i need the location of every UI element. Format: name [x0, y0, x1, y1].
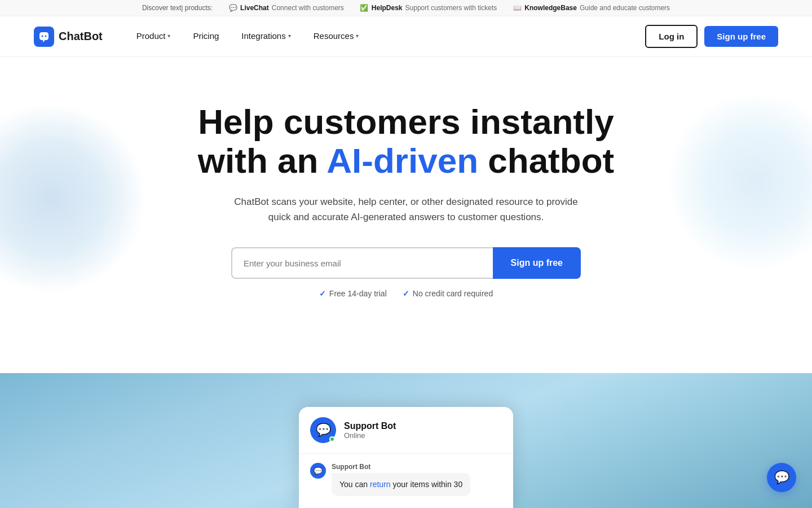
- chatbot-message-row: 💬 Support Bot You can return your items …: [310, 463, 502, 496]
- navbar: ChatBot Product ▾ Pricing Integrations ▾…: [0, 16, 812, 57]
- hero-title-line1: Help customers instantly: [198, 102, 614, 141]
- chatbot-message-content: Support Bot You can return your items wi…: [332, 463, 470, 496]
- nav-links: Product ▾ Pricing Integrations ▾ Resourc…: [125, 16, 646, 57]
- product-chevron-icon: ▾: [167, 33, 170, 39]
- online-dot: [329, 436, 335, 442]
- chatbot-avatar-icon: 💬: [316, 423, 331, 437]
- livechat-desc: Connect with customers: [272, 4, 344, 12]
- hero-badges: ✓ Free 14-day trial ✓ No credit card req…: [34, 289, 778, 298]
- svg-point-2: [45, 35, 47, 37]
- nav-pricing[interactable]: Pricing: [182, 16, 230, 57]
- discover-text: Discover text| products:: [142, 4, 213, 12]
- chatbot-body: 💬 Support Bot You can return your items …: [299, 454, 513, 508]
- helpdesk-desc: Support customers with tickets: [405, 4, 497, 12]
- chatbot-msg-avatar: 💬: [310, 463, 326, 479]
- chatbot-info: Support Bot Online: [344, 421, 396, 440]
- nav-integrations[interactable]: Integrations ▾: [230, 16, 302, 57]
- logo[interactable]: ChatBot: [34, 27, 103, 47]
- floating-chat-button[interactable]: 💬: [767, 463, 796, 492]
- demo-section: 💬 Support Bot Online 💬 Support Bot You c…: [0, 373, 812, 508]
- chatbot-bubble: You can return your items within 30: [332, 473, 470, 496]
- hero-form: Sign up free: [231, 247, 581, 279]
- chatbot-name: Support Bot: [344, 421, 396, 431]
- svg-point-1: [42, 35, 43, 37]
- signup-button-nav[interactable]: Sign up free: [704, 26, 778, 47]
- nav-resources-label: Resources: [314, 31, 354, 41]
- hero-section: Help customers instantly with an AI-driv…: [0, 57, 812, 373]
- trial-check-icon: ✓: [319, 289, 326, 298]
- livechat-icon: 💬: [228, 3, 237, 12]
- helpdesk-name: HelpDesk: [372, 4, 403, 12]
- knowledgebase-name: KnowledgeBase: [524, 4, 577, 12]
- helpdesk-link[interactable]: ✅ HelpDesk Support customers with ticket…: [360, 3, 497, 12]
- hero-title-highlight: AI-driven: [326, 141, 478, 180]
- no-cc-check-icon: ✓: [403, 289, 409, 298]
- nav-product-label: Product: [136, 31, 166, 41]
- chatbot-header: 💬 Support Bot Online: [299, 407, 513, 454]
- chatbot-card: 💬 Support Bot Online 💬 Support Bot You c…: [299, 407, 513, 508]
- nav-product[interactable]: Product ▾: [125, 16, 182, 57]
- no-cc-label: No credit card required: [413, 289, 493, 298]
- hero-subtitle: ChatBot scans your website, help center,…: [231, 194, 581, 225]
- logo-icon: [34, 27, 54, 47]
- chatbot-status: Online: [344, 431, 396, 440]
- hero-content: Help customers instantly with an AI-driv…: [34, 102, 778, 298]
- top-banner: Discover text| products: 💬 LiveChat Conn…: [0, 0, 812, 16]
- chatbot-msg-sender: Support Bot: [332, 463, 470, 471]
- trial-badge: ✓ Free 14-day trial: [319, 289, 387, 298]
- logo-text: ChatBot: [59, 30, 103, 43]
- trial-label: Free 14-day trial: [329, 289, 387, 298]
- hero-signup-button[interactable]: Sign up free: [493, 247, 581, 279]
- hero-title: Help customers instantly with an AI-driv…: [175, 102, 637, 181]
- helpdesk-icon: ✅: [360, 3, 369, 12]
- nav-actions: Log in Sign up free: [645, 25, 778, 48]
- nav-integrations-label: Integrations: [241, 31, 285, 41]
- login-button[interactable]: Log in: [645, 25, 698, 48]
- resources-chevron-icon: ▾: [356, 33, 359, 39]
- chatbot-msg-avatar-icon: 💬: [314, 467, 323, 475]
- livechat-link[interactable]: 💬 LiveChat Connect with customers: [228, 3, 344, 12]
- livechat-name: LiveChat: [240, 4, 269, 12]
- hero-title-line2: with an AI-driven chatbot: [198, 141, 614, 180]
- return-highlight: return: [370, 480, 391, 489]
- knowledgebase-link[interactable]: 📖 KnowledgeBase Guide and educate custom…: [513, 3, 670, 12]
- email-input[interactable]: [231, 247, 493, 279]
- knowledgebase-desc: Guide and educate customers: [580, 4, 670, 12]
- chatbot-avatar: 💬: [310, 417, 336, 443]
- nav-pricing-label: Pricing: [193, 31, 219, 41]
- knowledgebase-icon: 📖: [513, 3, 522, 12]
- no-cc-badge: ✓ No credit card required: [403, 289, 493, 298]
- nav-resources[interactable]: Resources ▾: [302, 16, 370, 57]
- floating-chat-icon: 💬: [774, 470, 789, 485]
- integrations-chevron-icon: ▾: [288, 33, 291, 39]
